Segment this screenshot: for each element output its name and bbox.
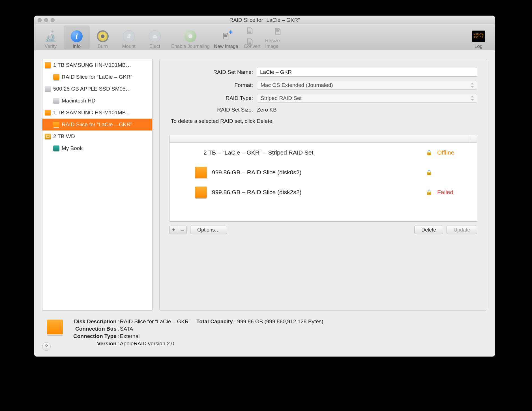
sidebar-item-label: RAID Slice for “LaCie – GKR” [62,74,132,80]
sidebar-item-label: My Book [62,145,83,151]
microscope-icon: 🔬 [44,30,57,42]
add-remove-segment: + – [169,226,187,234]
drive-icon [53,122,59,127]
member-text: 2 TB – “LaCie – GKR” – Striped RAID Set [203,149,421,156]
connection-bus-key: Connection Bus [73,326,117,332]
sidebar-item[interactable]: My Book [42,142,152,154]
toolbar-item-label: Eject [149,44,160,49]
convert-icon: 🗎🗎 [245,25,259,47]
eject-button[interactable]: ⏏Eject [142,25,168,49]
toolbar-item-label: Resize Image [265,38,291,49]
sidebar-item-label: 1 TB SAMSUNG HN-M101MB… [53,110,131,116]
members-header [170,135,477,143]
raid-member-row[interactable]: 2 TB – “LaCie – GKR” – Striped RAID Set🔒… [170,143,477,162]
new-image-icon: 🗎✚ [221,31,231,42]
sidebar-item-label: RAID Slice for “LaCie – GKR” [62,122,132,128]
sidebar-item[interactable]: 1 TB SAMSUNG HN-M101MB… [42,59,152,71]
eject-icon: ⏏ [149,30,161,42]
mount-icon: ⇵ [123,30,135,42]
format-select[interactable]: Mac OS Extended (Journaled) [257,81,477,90]
sidebar-item[interactable]: 2 TB WD [42,130,152,142]
disk-utility-window: RAID Slice for “LaCie – GKR” 🔬VerifyiInf… [34,16,495,357]
toolbar-item-label: New Image [214,44,238,49]
member-status: Failed [437,189,477,196]
raid-member-row[interactable]: 999.86 GB – RAID Slice (disk0s2)🔒 [170,162,477,182]
toolbar-item-label: Burn [98,44,108,49]
sidebar-item[interactable]: Macintosh HD [42,95,152,107]
disk-description-value: RAID Slice for “LaCie – GKR” Total Capac… [120,318,323,325]
drive-icon [45,134,51,139]
format-label: Format: [169,82,257,88]
sidebar-item-label: 500.28 GB APPLE SSD SM05… [53,86,131,92]
delete-hint: To delete a selected RAID set, click Del… [171,118,477,124]
member-text: 999.86 GB – RAID Slice (disk0s2) [212,169,421,176]
raid-panel: RAID Set Name: LaCie – GKR Format: Mac O… [159,59,487,311]
drive-icon [53,74,59,80]
drive-icon [53,145,59,151]
lock-icon: 🔒 [426,189,432,195]
toolbar-item-label: Verify [45,44,57,49]
version-value: AppleRAID version 2.0 [120,341,323,347]
new-image-button[interactable]: 🗎✚New Image [213,25,239,49]
member-text: 999.86 GB – RAID Slice (disk2s2) [212,189,421,196]
log-label: Log [475,44,482,49]
raid-size-value: Zero KB [257,107,477,113]
sidebar-item-label: Macintosh HD [62,98,95,104]
journaling-icon [185,30,196,42]
sidebar-item[interactable]: RAID Slice for “LaCie – GKR” [42,71,152,83]
update-button[interactable]: Update [447,226,477,234]
sidebar-item[interactable]: 1 TB SAMSUNG HN-M101MB… [42,107,152,119]
log-icon: WARNINAV7:36 [472,31,485,42]
help-button[interactable]: ? [42,342,51,351]
delete-button[interactable]: Delete [414,226,443,234]
disk-description-key: Disk Description [73,318,117,325]
burn-icon [97,30,109,42]
enable-journaling-button[interactable]: Enable Journaling [168,25,213,49]
remove-member-button[interactable]: – [178,226,186,234]
convert-button[interactable]: 🗎🗎Convert [239,25,265,49]
connection-type-key: Connection Type [73,333,117,339]
options-button[interactable]: Options… [190,226,227,234]
drive-icon [45,110,51,115]
disk-icon [47,320,63,334]
add-member-button[interactable]: + [170,226,178,234]
version-key: Version [73,341,117,347]
sidebar-item[interactable]: 500.28 GB APPLE SSD SM05… [42,83,152,95]
drive-icon [45,62,51,68]
resize-image-button[interactable]: 🗎Resize Image [265,25,291,49]
disk-info-footer: Disk Description: RAID Slice for “LaCie … [34,313,495,356]
info-icon: i [71,30,83,42]
sidebar-item-label: 1 TB SAMSUNG HN-M101MB… [53,62,131,68]
log-button[interactable]: WARNINAV7:36 Log [466,25,492,49]
sidebar-item[interactable]: RAID Slice for “LaCie – GKR” [42,119,152,130]
raid-name-field[interactable]: LaCie – GKR [257,68,477,77]
member-status: Offline [437,149,477,156]
drive-icon [53,98,59,104]
toolbar-item-label: Info [73,44,81,49]
drive-icon [195,167,207,178]
connection-bus-value: SATA [120,326,323,332]
connection-type-value: External [120,333,323,339]
raid-name-label: RAID Set Name: [169,69,257,75]
sidebar-item-label: 2 TB WD [53,134,75,140]
raid-type-label: RAID Type: [169,95,257,101]
info-button[interactable]: iInfo [64,25,90,49]
device-sidebar[interactable]: 1 TB SAMSUNG HN-M101MB…RAID Slice for “L… [42,59,153,311]
toolbar-item-label: Enable Journaling [171,44,210,49]
resize-image-icon: 🗎 [273,26,283,37]
titlebar: RAID Slice for “LaCie – GKR” [34,16,495,24]
drive-icon [195,187,207,198]
lock-icon: 🔒 [426,169,432,175]
burn-button[interactable]: Burn [90,25,116,49]
raid-member-row[interactable]: 999.86 GB – RAID Slice (disk2s2)🔒Failed [170,182,477,202]
toolbar-item-label: Mount [122,44,135,49]
verify-button[interactable]: 🔬Verify [38,25,64,49]
raid-size-label: RAID Set Size: [169,107,257,113]
mount-button[interactable]: ⇵Mount [116,25,142,49]
drive-icon [45,86,51,92]
raid-type-select[interactable]: Striped RAID Set [257,94,477,103]
toolbar: 🔬VerifyiInfoBurn⇵Mount⏏EjectEnable Journ… [34,24,495,50]
raid-members-list[interactable]: 2 TB – “LaCie – GKR” – Striped RAID Set🔒… [169,135,477,222]
lock-icon: 🔒 [426,149,432,156]
window-title: RAID Slice for “LaCie – GKR” [34,17,495,23]
